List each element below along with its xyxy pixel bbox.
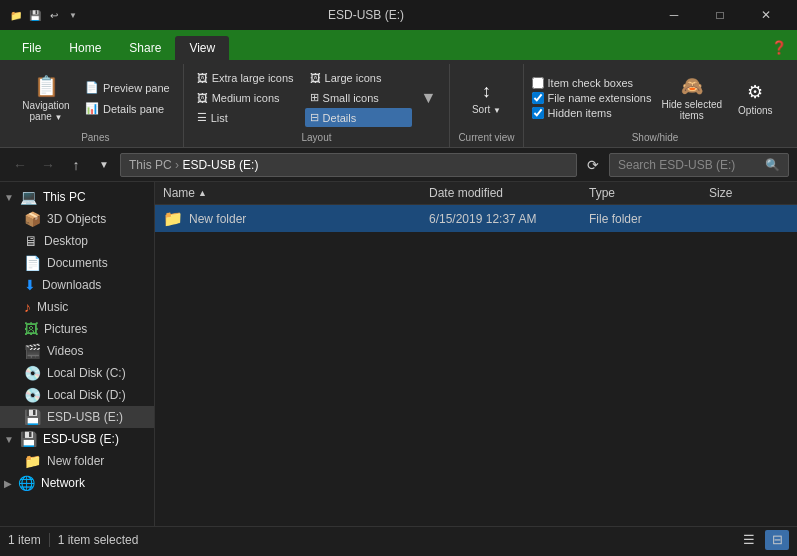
search-box[interactable]: Search ESD-USB (E:) 🔍 [609,153,789,177]
refresh-button[interactable]: ⟳ [581,153,605,177]
file-name-extensions-option[interactable]: File name extensions [532,92,652,104]
esd-usb-section-icon: 💾 [20,431,37,447]
item-count: 1 item [8,533,41,547]
item-check-boxes-checkbox[interactable] [532,77,544,89]
network-arrow: ▶ [4,478,12,489]
sidebar-item-local-disk-c[interactable]: 💿 Local Disk (C:) [0,362,154,384]
item-check-boxes-label: Item check boxes [548,77,634,89]
this-pc-icon: 💻 [20,189,37,205]
medium-icons-button[interactable]: 🖼 Medium icons [192,88,299,107]
extra-large-label: Extra large icons [212,72,294,84]
details-pane-icon: 📊 [85,102,99,115]
3d-objects-label: 3D Objects [47,212,106,226]
quick-access-icon2[interactable]: ↩ [46,7,62,23]
main-area: ▼ 💻 This PC 📦 3D Objects 🖥 Desktop 📄 Doc… [0,182,797,526]
hidden-items-label: Hidden items [548,107,612,119]
quick-access-dropdown[interactable]: ▼ [65,7,81,23]
file-name-extensions-checkbox[interactable] [532,92,544,104]
local-disk-d-label: Local Disk (D:) [47,388,126,402]
checkboxes-col: Item check boxes File name extensions Hi… [532,77,652,119]
extra-large-icons-button[interactable]: 🖼 Extra large icons [192,69,299,87]
file-name-cell: 📁 New folder [163,209,429,228]
documents-icon: 📄 [24,255,41,271]
esd-usb-section-label: ESD-USB (E:) [43,432,119,446]
size-column-header[interactable]: Size [709,186,789,200]
type-col-label: Type [589,186,615,200]
hide-selected-button[interactable]: 🙈 Hide selecteditems [655,71,728,125]
tab-home[interactable]: Home [55,36,115,60]
type-cell: File folder [589,212,709,226]
local-disk-d-icon: 💿 [24,387,41,403]
navigation-pane-button[interactable]: 📋 Navigationpane ▼ [16,70,76,126]
details-view-button[interactable]: ⊟ [765,530,789,550]
item-check-boxes-option[interactable]: Item check boxes [532,77,652,89]
details-label: Details [323,112,357,124]
list-button[interactable]: ☰ List [192,108,299,127]
sidebar-item-network[interactable]: ▶ 🌐 Network [0,472,154,494]
recent-locations-button[interactable]: ▼ [92,153,116,177]
details-pane-button[interactable]: 📊 Details pane [80,99,175,118]
sidebar-item-videos[interactable]: 🎬 Videos [0,340,154,362]
sidebar-item-downloads[interactable]: ⬇ Downloads [0,274,154,296]
forward-button[interactable]: → [36,153,60,177]
back-button[interactable]: ← [8,153,32,177]
list-view-button[interactable]: ☰ [737,530,761,550]
title-bar: 📁 💾 ↩ ▼ ESD-USB (E:) ─ □ ✕ [0,0,797,30]
tab-share[interactable]: Share [115,36,175,60]
sidebar-item-esd-usb-section[interactable]: ▼ 💾 ESD-USB (E:) [0,428,154,450]
name-sort-indicator: ▲ [198,188,207,198]
type-column-header[interactable]: Type [589,186,709,200]
tab-view[interactable]: View [175,36,229,60]
preview-pane-button[interactable]: 📄 Preview pane [80,78,175,97]
details-button[interactable]: ⊟ Details [305,108,412,127]
small-icons-button[interactable]: ⊞ Small icons [305,88,412,107]
name-column-header[interactable]: Name ▲ [163,186,429,200]
file-list: 📁 New folder 6/15/2019 12:37 AM File fol… [155,205,797,526]
tab-file[interactable]: File [8,36,55,60]
pictures-icon: 🖼 [24,321,38,337]
hidden-items-option[interactable]: Hidden items [532,107,652,119]
table-row[interactable]: 📁 New folder 6/15/2019 12:37 AM File fol… [155,205,797,232]
maximize-button[interactable]: □ [697,0,743,30]
sidebar-item-esd-usb-e[interactable]: 💾 ESD-USB (E:) [0,406,154,428]
minimize-button[interactable]: ─ [651,0,697,30]
options-button[interactable]: ⚙ Options [732,77,778,120]
date-modified-cell: 6/15/2019 12:37 AM [429,212,589,226]
details-icon: ⊟ [310,111,319,124]
ribbon-group-current-view: ↕ Sort ▼ Current view [450,64,523,147]
sidebar-item-new-folder[interactable]: 📁 New folder [0,450,154,472]
sidebar-item-desktop[interactable]: 🖥 Desktop [0,230,154,252]
layout-more-button[interactable]: ▼ [416,86,442,110]
hidden-items-checkbox[interactable] [532,107,544,119]
extra-large-icon: 🖼 [197,72,208,84]
sidebar-item-3d-objects[interactable]: 📦 3D Objects [0,208,154,230]
ribbon-group-show-hide: Item check boxes File name extensions Hi… [524,64,787,147]
show-hide-content: Item check boxes File name extensions Hi… [532,66,779,130]
local-disk-c-label: Local Disk (C:) [47,366,126,380]
sidebar-item-music[interactable]: ♪ Music [0,296,154,318]
view-toggle-buttons: ☰ ⊟ [737,530,789,550]
address-path[interactable]: This PC › ESD-USB (E:) [120,153,577,177]
close-button[interactable]: ✕ [743,0,789,30]
date-modified-column-header[interactable]: Date modified [429,186,589,200]
sidebar-item-pictures[interactable]: 🖼 Pictures [0,318,154,340]
panes-content: 📋 Navigationpane ▼ 📄 Preview pane 📊 Deta… [16,66,175,130]
sort-by-button[interactable]: ↕ Sort ▼ [461,77,511,119]
sidebar-item-this-pc[interactable]: ▼ 💻 This PC [0,186,154,208]
sidebar-item-local-disk-d[interactable]: 💿 Local Disk (D:) [0,384,154,406]
large-icons-button[interactable]: 🖼 Large icons [305,69,412,87]
up-button[interactable]: ↑ [64,153,88,177]
list-icon: ☰ [197,111,207,124]
sort-label: Sort ▼ [472,104,501,115]
current-view-group-label: Current view [458,130,514,145]
downloads-icon: ⬇ [24,277,36,293]
help-button[interactable]: ❓ [761,35,797,60]
esd-usb-section-arrow: ▼ [4,434,14,445]
quick-access-icon1[interactable]: 💾 [27,7,43,23]
window-title: ESD-USB (E:) [85,8,647,22]
sidebar-item-documents[interactable]: 📄 Documents [0,252,154,274]
current-view-content: ↕ Sort ▼ [461,66,511,130]
column-headers: Name ▲ Date modified Type Size [155,182,797,205]
search-text: Search ESD-USB (E:) [618,158,759,172]
app-icon: 📁 [8,7,24,23]
